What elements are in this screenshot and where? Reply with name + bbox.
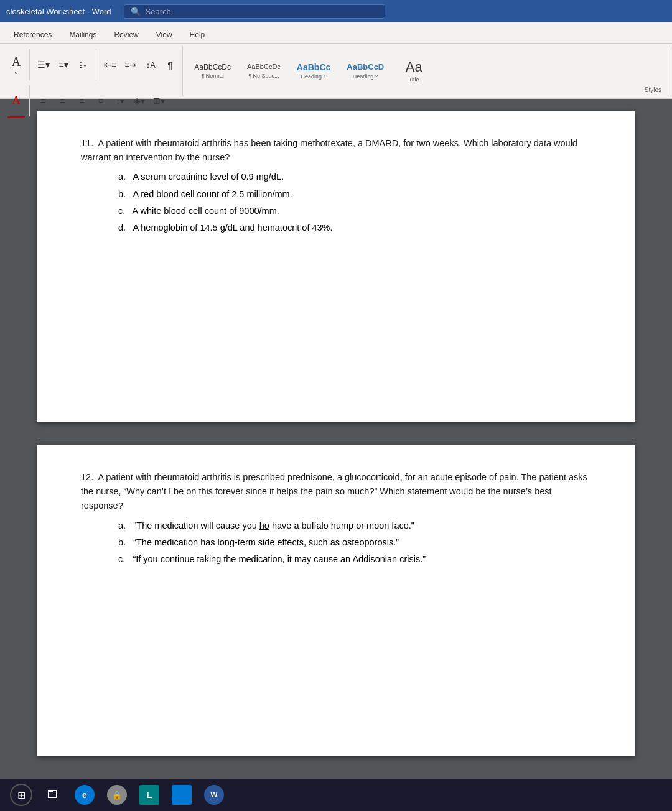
- q11-option-a: a. A serum creatinine level of 0.9 mg/dL…: [118, 170, 591, 184]
- q11-option-d: d. A hemoglobin of 14.5 g/dL and hematoc…: [118, 221, 591, 235]
- sort-btn[interactable]: ↕A: [142, 57, 159, 72]
- q11-c-letter: c.: [118, 206, 125, 216]
- ribbon: References Mailings Review View Help Ao …: [0, 22, 672, 99]
- q12-option-b: b. “The medication has long-term side ef…: [118, 535, 591, 550]
- edge-icon: e: [75, 785, 95, 805]
- tab-mailings[interactable]: Mailings: [60, 27, 105, 43]
- lock-icon: 🔒: [107, 785, 127, 805]
- q11-d-letter: d.: [118, 223, 126, 233]
- question-11: 11. A patient with rheumatoid arthritis …: [81, 136, 591, 235]
- increase-indent-btn[interactable]: ≡⇥: [121, 57, 140, 72]
- word-app-btn[interactable]: W: [202, 782, 226, 807]
- q11-option-b: b. A red blood cell count of 2.5 million…: [118, 187, 591, 202]
- tab-help[interactable]: Help: [181, 27, 214, 43]
- question-11-text: 11. A patient with rheumatoid arthritis …: [81, 136, 591, 165]
- q12-number: 12.: [81, 472, 93, 482]
- q12-b-letter: b.: [118, 537, 126, 547]
- teal-icon: L: [139, 785, 159, 805]
- style-nospace[interactable]: AaBbCcDc ¶ No Spac...: [242, 60, 286, 81]
- style-title-preview: Aa: [406, 59, 422, 75]
- q11-a-letter: a.: [118, 172, 126, 182]
- styles-label: Styles: [645, 86, 661, 93]
- tab-review[interactable]: Review: [105, 27, 147, 43]
- q11-options: a. A serum creatinine level of 0.9 mg/dL…: [118, 170, 591, 235]
- style-nospace-preview: AaBbCcDc: [247, 63, 281, 71]
- blue-icon: [172, 785, 192, 805]
- styles-group: AaBbCcDc ¶ Normal AaBbCcDc ¶ No Spac... …: [183, 46, 668, 96]
- unordered-list-btn[interactable]: ☰▾: [34, 57, 53, 72]
- decrease-indent-btn[interactable]: ⇤≡: [101, 57, 119, 72]
- taskbar: ⊞ 🗔 e 🔒 L W: [0, 779, 672, 811]
- q11-d-text: A hemoglobin of 14.5 g/dL and hematocrit…: [133, 223, 332, 233]
- question-12-text: 12. A patient with rheumatoid arthritis …: [81, 470, 591, 514]
- style-title-label: Title: [409, 76, 419, 83]
- windows-icon: ⊞: [17, 789, 26, 801]
- q11-option-c: c. A white blood cell count of 9000/mm.: [118, 204, 591, 218]
- lock-btn[interactable]: 🔒: [105, 782, 129, 807]
- q12-options: a. "The medication will cause you ho hav…: [118, 519, 591, 567]
- teal-app-btn[interactable]: L: [137, 782, 162, 807]
- style-title[interactable]: Aa Title: [395, 57, 432, 85]
- search-bar[interactable]: 🔍: [124, 4, 385, 19]
- style-normal-preview: AaBbCcDc: [194, 63, 231, 72]
- doc-page-1[interactable]: 11. A patient with rheumatoid arthritis …: [37, 111, 635, 422]
- page-break: [37, 440, 635, 440]
- document-container: 11. A patient with rheumatoid arthritis …: [0, 99, 672, 808]
- word-icon: W: [204, 785, 224, 805]
- title-bar: closkeletal Worksheet - Word 🔍: [0, 0, 672, 22]
- q11-a-text: A serum creatinine level of 0.9 mg/dL.: [133, 172, 284, 182]
- search-input[interactable]: [146, 7, 378, 16]
- align-left-btn[interactable]: ≡: [34, 93, 52, 108]
- tab-view[interactable]: View: [147, 27, 181, 43]
- search-icon: 🔍: [131, 7, 141, 16]
- pilcrow-btn[interactable]: ¶: [161, 57, 179, 72]
- style-h1-preview: AaBbCc: [297, 62, 330, 73]
- style-normal[interactable]: AaBbCcDc ¶ Normal: [189, 60, 236, 81]
- line-spacing-btn[interactable]: ↕▾: [111, 93, 129, 108]
- highlight-btn[interactable]: ◈▾: [131, 93, 148, 108]
- ribbon-tabs: References Mailings Review View Help: [0, 22, 672, 44]
- style-h2-label: Heading 2: [353, 73, 378, 80]
- clear-formatting-btn[interactable]: Ao: [7, 47, 25, 82]
- multilevel-list-btn[interactable]: ⫶▾: [74, 57, 91, 72]
- q12-a-text: "The medication will cause you ho have a…: [133, 521, 414, 531]
- ribbon-content: Ao ☰▾ ≡▾ ⫶▾ ⇤≡ ≡⇥ ↕A ¶ A ≡ ≡ ≡: [0, 44, 672, 98]
- q11-b-letter: b.: [118, 189, 126, 199]
- style-h1-label: Heading 1: [301, 73, 327, 80]
- doc-page-2[interactable]: 12. A patient with rheumatoid arthritis …: [37, 445, 635, 756]
- justify-btn[interactable]: ≡: [92, 93, 110, 108]
- q12-a-letter: a.: [118, 521, 126, 531]
- tab-references[interactable]: References: [5, 27, 60, 43]
- q11-number: 11.: [81, 138, 93, 148]
- edge-btn[interactable]: e: [72, 782, 97, 807]
- q12-c-letter: c.: [118, 554, 125, 564]
- style-heading2[interactable]: AaBbCcD Heading 2: [342, 60, 389, 82]
- paragraph-group: Ao ☰▾ ≡▾ ⫶▾ ⇤≡ ≡⇥ ↕A ¶ A ≡ ≡ ≡: [4, 46, 183, 96]
- font-color-btn[interactable]: A: [7, 83, 25, 118]
- q12-body: A patient with rheumatoid arthritis is p…: [81, 472, 587, 511]
- q11-b-text: A red blood cell count of 2.5 million/mm…: [133, 189, 292, 199]
- blue-app-btn[interactable]: [169, 782, 194, 807]
- underline-ho: ho: [259, 521, 269, 531]
- style-normal-label: ¶ Normal: [202, 73, 224, 79]
- ordered-list-btn[interactable]: ≡▾: [55, 57, 72, 72]
- style-h2-preview: AaBbCcD: [347, 62, 384, 72]
- q12-c-text: “If you continue taking the medication, …: [133, 554, 426, 564]
- style-nospace-label: ¶ No Spac...: [248, 73, 279, 79]
- q12-option-c: c. “If you continue taking the medicatio…: [118, 552, 591, 567]
- taskview-btn[interactable]: 🗔: [40, 782, 65, 807]
- align-right-btn[interactable]: ≡: [73, 93, 90, 108]
- borders-btn[interactable]: ⊞▾: [150, 93, 168, 108]
- start-button[interactable]: ⊞: [10, 784, 32, 806]
- ribbon-row-1: Ao ☰▾ ≡▾ ⫶▾ ⇤≡ ≡⇥ ↕A ¶: [7, 47, 179, 82]
- q11-c-text: A white blood cell count of 9000/mm.: [133, 206, 279, 216]
- q12-b-text: “The medication has long-term side effec…: [133, 537, 399, 547]
- style-heading1[interactable]: AaBbCc Heading 1: [292, 60, 335, 83]
- taskview-icon: 🗔: [47, 789, 57, 800]
- align-center-btn[interactable]: ≡: [54, 93, 71, 108]
- app-title: closkeletal Worksheet - Word: [6, 7, 111, 16]
- q11-body: A patient with rheumatoid arthritis has …: [81, 138, 577, 162]
- question-12: 12. A patient with rheumatoid arthritis …: [81, 470, 591, 567]
- q12-option-a: a. "The medication will cause you ho hav…: [118, 519, 591, 533]
